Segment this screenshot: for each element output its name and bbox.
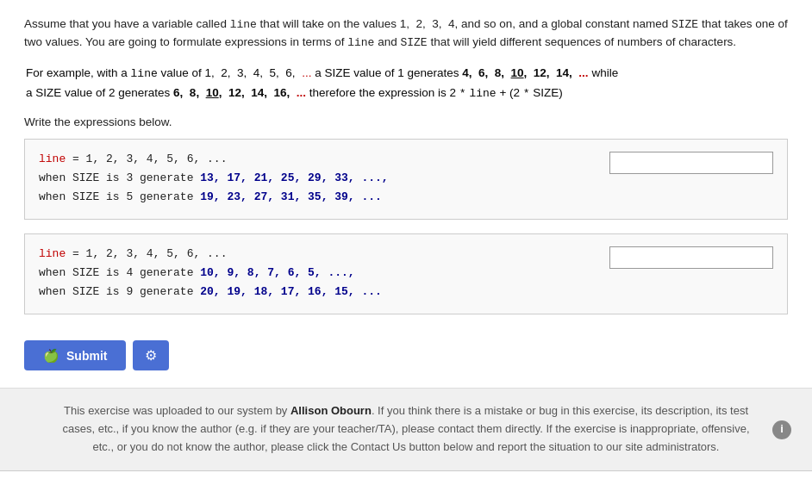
footer-section: This exercise was uploaded to our system… — [0, 388, 812, 470]
exercise2-size4: when SIZE is 4 generate 10, 9, 8, 7, 6, … — [39, 264, 609, 283]
exercise1-answer-input[interactable] — [609, 152, 773, 174]
write-expressions-label: Write the expressions below. — [24, 115, 788, 128]
exercise1-box: line = 1, 2, 3, 4, 5, 6, ... when SIZE i… — [24, 139, 788, 220]
exercise2-answer-input[interactable] — [609, 246, 773, 269]
intro-paragraph1: Assume that you have a variable called l… — [24, 16, 788, 52]
buttons-row: 🍏 Submit ⚙ — [0, 340, 812, 370]
exercise2-code: line = 1, 2, 3, 4, 5, 6, ... when SIZE i… — [39, 245, 609, 302]
exercise1-line-decl: line = 1, 2, 3, 4, 5, 6, ... — [39, 150, 609, 169]
exercise1-input-wrap — [609, 150, 773, 174]
footer-text-prefix: This exercise was uploaded to our system… — [64, 404, 290, 417]
exercise2-size9: when SIZE is 9 generate 20, 19, 18, 17, … — [39, 283, 609, 302]
exercise2-box: line = 1, 2, 3, 4, 5, 6, ... when SIZE i… — [24, 233, 788, 314]
exercise1-code: line = 1, 2, 3, 4, 5, 6, ... when SIZE i… — [39, 150, 609, 207]
submit-label: Submit — [66, 349, 107, 363]
info-icon[interactable]: i — [772, 420, 791, 439]
exercise1-size5: when SIZE is 5 generate 19, 23, 27, 31, … — [39, 188, 609, 207]
exercise2-row: line = 1, 2, 3, 4, 5, 6, ... when SIZE i… — [39, 245, 773, 302]
exercise2-input-wrap — [609, 245, 773, 269]
gear-icon: ⚙ — [145, 347, 157, 364]
exercise1-size3: when SIZE is 3 generate 13, 17, 21, 25, … — [39, 169, 609, 188]
submit-icon: 🍏 — [43, 348, 59, 364]
settings-button[interactable]: ⚙ — [133, 340, 169, 370]
submit-button[interactable]: 🍏 Submit — [24, 340, 126, 370]
exercise2-line-decl: line = 1, 2, 3, 4, 5, 6, ... — [39, 245, 609, 264]
footer-author: Allison Obourn — [290, 404, 372, 417]
intro-paragraph2: For example, with a line value of 1, 2, … — [24, 64, 788, 103]
exercise1-row: line = 1, 2, 3, 4, 5, 6, ... when SIZE i… — [39, 150, 773, 207]
bottom-bar — [0, 470, 812, 474]
